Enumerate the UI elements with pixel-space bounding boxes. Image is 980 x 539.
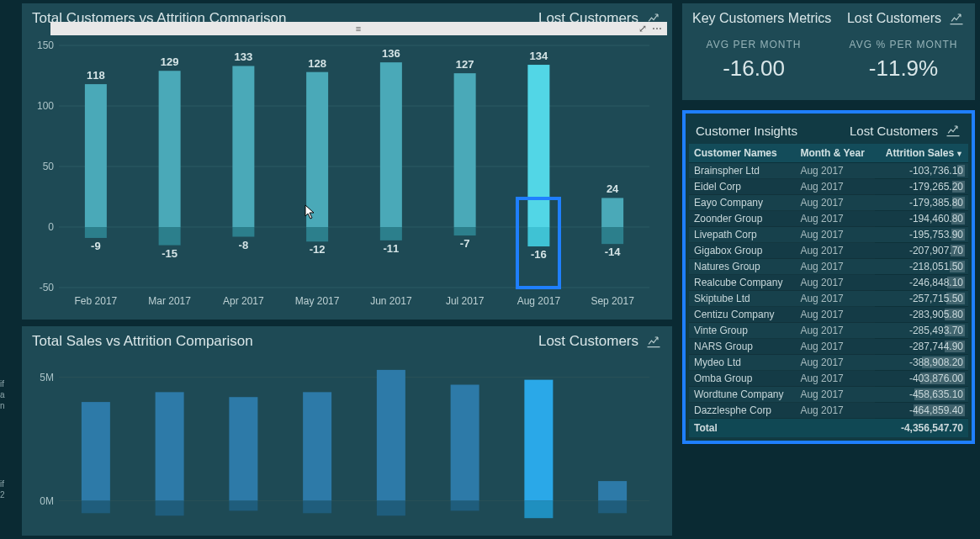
table-row[interactable]: Livepath CorpAug 2017-195,753.90: [689, 227, 968, 243]
kpi-card: Key Customers Metrics Lost Customers AVG…: [682, 3, 975, 100]
svg-rect-37: [454, 227, 476, 235]
chart-card-customers[interactable]: Total Customers vs Attrition Comparison …: [22, 3, 672, 320]
svg-text:-7: -7: [460, 237, 470, 250]
svg-rect-32: [380, 227, 402, 240]
svg-rect-12: [85, 227, 107, 238]
chart2-plot[interactable]: 0M5M: [22, 351, 672, 528]
svg-text:5M: 5M: [40, 372, 54, 383]
table-row[interactable]: Omba GroupAug 2017-403,876.00: [689, 371, 968, 387]
kpi-card-right: Lost Customers: [847, 11, 941, 26]
kpi-value: -16.00: [686, 55, 822, 82]
svg-text:150: 150: [37, 40, 54, 51]
svg-text:127: 127: [456, 58, 474, 71]
table-header[interactable]: Customer Names: [689, 144, 795, 163]
table-total-label: Total: [689, 419, 875, 438]
svg-text:Apr 2017: Apr 2017: [223, 295, 264, 307]
kpi-value: -11.9%: [835, 55, 972, 82]
svg-text:Feb 2017: Feb 2017: [75, 295, 118, 307]
svg-text:133: 133: [235, 50, 253, 63]
left-gutter: if a n if 2: [0, 0, 17, 539]
svg-rect-17: [159, 227, 181, 246]
filter-icon[interactable]: ≡: [356, 24, 362, 34]
main-column: Total Customers vs Attrition Comparison …: [17, 0, 677, 539]
table-row[interactable]: Realcube CompanyAug 2017-246,848.10: [689, 275, 968, 291]
sort-desc-icon: ▼: [956, 150, 963, 158]
table-header[interactable]: Month & Year: [795, 144, 874, 163]
table-row[interactable]: Gigabox GroupAug 2017-207,907.70: [689, 243, 968, 259]
svg-rect-15: [159, 71, 181, 227]
table-row[interactable]: Wordtune CompanyAug 2017-458,635.10: [689, 387, 968, 403]
attrition-table[interactable]: Customer NamesMonth & YearAttrition Sale…: [689, 144, 968, 437]
table-row[interactable]: Natures GroupAug 2017-218,051.50: [689, 259, 968, 275]
svg-rect-68: [598, 481, 627, 501]
svg-rect-69: [598, 501, 627, 514]
chart2-title: Total Sales vs Attrition Comparison: [32, 333, 253, 350]
insights-card[interactable]: Customer Insights Lost Customers Custome…: [682, 110, 975, 444]
svg-rect-55: [82, 501, 110, 514]
svg-rect-57: [156, 501, 184, 516]
svg-text:-14: -14: [605, 246, 622, 258]
table-row[interactable]: Dazzlesphe CorpAug 2017-464,859.40: [689, 403, 968, 419]
gutter-text-a: if a n: [0, 378, 17, 411]
svg-text:0: 0: [48, 221, 54, 233]
svg-rect-64: [451, 385, 479, 501]
trend-up-icon: [948, 10, 965, 27]
svg-text:-12: -12: [310, 243, 326, 256]
svg-rect-20: [232, 66, 254, 227]
kpi-label: AVG % PER MONTH: [835, 39, 972, 50]
svg-text:Jul 2017: Jul 2017: [446, 295, 485, 307]
chart-card-sales[interactable]: Total Sales vs Attrition Comparison Lost…: [22, 326, 672, 536]
visual-toolbar: ≡ ⤢ ⋯: [50, 22, 667, 35]
table-row[interactable]: Mydeo LtdAug 2017-388,908.20: [689, 355, 968, 371]
svg-text:134: 134: [530, 50, 548, 62]
svg-text:0M: 0M: [40, 495, 54, 507]
svg-text:May 2017: May 2017: [295, 295, 340, 307]
table-row[interactable]: Centizu CompanyAug 2017-283,905.80: [689, 307, 968, 323]
table-row[interactable]: Eidel CorpAug 2017-179,265.20: [689, 179, 968, 195]
svg-rect-47: [601, 227, 623, 244]
table-row[interactable]: Skiptube LtdAug 2017-257,715.50: [689, 291, 968, 307]
svg-rect-62: [377, 370, 405, 501]
svg-text:129: 129: [161, 55, 179, 68]
kpi-card-title: Key Customers Metrics: [692, 11, 831, 26]
chart1-plot[interactable]: -50050100150118-9Feb 2017129-15Mar 20171…: [22, 29, 672, 314]
svg-text:-15: -15: [162, 247, 177, 260]
trend-up-icon: [645, 333, 662, 350]
svg-text:Mar 2017: Mar 2017: [148, 295, 191, 307]
svg-rect-30: [380, 62, 402, 227]
svg-text:128: 128: [308, 57, 326, 70]
kpi-avg-per-month: AVG PER MONTH -16.00: [682, 29, 825, 93]
svg-rect-54: [82, 402, 110, 501]
table-row[interactable]: NARS GroupAug 2017-287,744.90: [689, 339, 968, 355]
focus-mode-icon[interactable]: ⤢: [638, 23, 647, 34]
svg-text:50: 50: [43, 161, 55, 172]
table-header[interactable]: Attrition Sales▼: [875, 144, 968, 163]
more-options-icon[interactable]: ⋯: [652, 23, 662, 34]
kpi-label: AVG PER MONTH: [686, 39, 822, 50]
trend-up-icon: [945, 122, 961, 139]
svg-text:Jun 2017: Jun 2017: [370, 295, 412, 307]
svg-rect-27: [306, 227, 328, 241]
svg-rect-58: [229, 397, 257, 500]
svg-text:-9: -9: [91, 240, 101, 252]
svg-text:-11: -11: [383, 242, 399, 255]
svg-rect-60: [303, 393, 331, 501]
table-row[interactable]: Brainspher LtdAug 2017-103,736.10: [689, 163, 968, 179]
table-row[interactable]: Vinte GroupAug 2017-285,493.70: [689, 323, 968, 339]
svg-rect-61: [303, 501, 331, 514]
svg-text:-8: -8: [239, 239, 249, 251]
svg-rect-10: [85, 84, 107, 227]
svg-rect-59: [229, 501, 257, 511]
table-row[interactable]: Zoonder GroupAug 2017-194,460.80: [689, 211, 968, 227]
svg-text:24: 24: [607, 182, 619, 195]
svg-text:-16: -16: [531, 248, 547, 261]
svg-rect-45: [601, 198, 623, 227]
svg-text:-50: -50: [40, 282, 55, 293]
table-row[interactable]: Eayo CompanyAug 2017-179,385.80: [689, 195, 968, 211]
svg-rect-63: [377, 501, 405, 516]
right-column: Key Customers Metrics Lost Customers AVG…: [677, 0, 980, 539]
chart2-right-label: Lost Customers: [538, 333, 638, 350]
table-total-value: -4,356,547.70: [875, 419, 968, 438]
svg-rect-65: [451, 501, 479, 511]
mouse-cursor-icon: [305, 204, 316, 219]
